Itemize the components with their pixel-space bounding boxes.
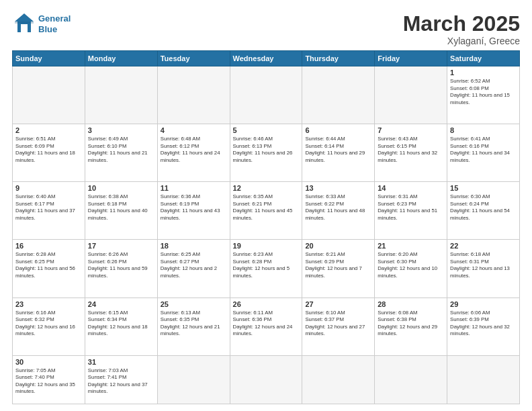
day-number: 31 bbox=[88, 358, 154, 366]
day-number: 30 bbox=[15, 358, 82, 366]
month-title: March 2025 bbox=[403, 12, 520, 36]
calendar-cell bbox=[157, 66, 230, 124]
day-info: Sunrise: 6:23 AM Sunset: 6:28 PM Dayligh… bbox=[233, 251, 300, 279]
day-info: Sunrise: 6:25 AM Sunset: 6:27 PM Dayligh… bbox=[161, 251, 227, 279]
calendar-cell: 8Sunrise: 6:41 AM Sunset: 6:16 PM Daylig… bbox=[447, 124, 520, 182]
calendar-cell bbox=[447, 355, 520, 404]
day-number: 18 bbox=[161, 242, 227, 250]
header: General Blue March 2025 Xylaganí, Greece bbox=[12, 12, 520, 46]
col-saturday: Saturday bbox=[447, 51, 520, 66]
calendar-cell bbox=[302, 355, 375, 404]
day-number: 7 bbox=[378, 126, 444, 134]
calendar-cell bbox=[375, 66, 447, 124]
day-number: 21 bbox=[378, 242, 444, 250]
day-number: 1 bbox=[450, 68, 517, 77]
day-info: Sunrise: 6:48 AM Sunset: 6:12 PM Dayligh… bbox=[161, 136, 227, 164]
calendar-cell: 11Sunrise: 6:36 AM Sunset: 6:19 PM Dayli… bbox=[157, 182, 230, 240]
day-info: Sunrise: 6:36 AM Sunset: 6:19 PM Dayligh… bbox=[161, 193, 227, 222]
calendar-cell: 27Sunrise: 6:10 AM Sunset: 6:37 PM Dayli… bbox=[302, 298, 375, 355]
calendar-cell: 23Sunrise: 6:16 AM Sunset: 6:32 PM Dayli… bbox=[13, 298, 85, 355]
day-number: 28 bbox=[378, 300, 444, 308]
day-number: 9 bbox=[15, 184, 82, 192]
day-info: Sunrise: 6:41 AM Sunset: 6:16 PM Dayligh… bbox=[450, 136, 517, 164]
col-friday: Friday bbox=[375, 51, 447, 66]
day-number: 27 bbox=[305, 300, 371, 308]
day-info: Sunrise: 6:30 AM Sunset: 6:24 PM Dayligh… bbox=[450, 193, 517, 222]
col-wednesday: Wednesday bbox=[230, 51, 302, 66]
calendar-cell: 10Sunrise: 6:38 AM Sunset: 6:18 PM Dayli… bbox=[85, 182, 157, 240]
page: General Blue March 2025 Xylaganí, Greece… bbox=[0, 0, 532, 411]
col-tuesday: Tuesday bbox=[157, 51, 230, 66]
day-number: 24 bbox=[88, 300, 154, 308]
day-number: 22 bbox=[450, 242, 517, 250]
calendar-cell: 14Sunrise: 6:31 AM Sunset: 6:23 PM Dayli… bbox=[375, 182, 447, 240]
day-info: Sunrise: 6:40 AM Sunset: 6:17 PM Dayligh… bbox=[15, 193, 82, 222]
calendar-cell: 12Sunrise: 6:35 AM Sunset: 6:21 PM Dayli… bbox=[230, 182, 302, 240]
day-info: Sunrise: 6:06 AM Sunset: 6:39 PM Dayligh… bbox=[450, 310, 517, 338]
generalblue-logo-icon bbox=[12, 12, 36, 36]
calendar-cell: 16Sunrise: 6:28 AM Sunset: 6:25 PM Dayli… bbox=[13, 240, 85, 298]
calendar-cell: 24Sunrise: 6:15 AM Sunset: 6:34 PM Dayli… bbox=[85, 298, 157, 355]
day-info: Sunrise: 6:43 AM Sunset: 6:15 PM Dayligh… bbox=[378, 136, 444, 164]
day-info: Sunrise: 6:11 AM Sunset: 6:36 PM Dayligh… bbox=[233, 310, 300, 338]
calendar-cell: 15Sunrise: 6:30 AM Sunset: 6:24 PM Dayli… bbox=[447, 182, 520, 240]
day-number: 12 bbox=[233, 184, 300, 192]
logo-general: General bbox=[38, 13, 71, 24]
day-info: Sunrise: 6:20 AM Sunset: 6:30 PM Dayligh… bbox=[378, 251, 444, 279]
calendar-cell: 1Sunrise: 6:52 AM Sunset: 6:08 PM Daylig… bbox=[447, 66, 520, 124]
day-number: 20 bbox=[305, 242, 371, 250]
day-info: Sunrise: 6:35 AM Sunset: 6:21 PM Dayligh… bbox=[233, 193, 300, 222]
day-info: Sunrise: 6:21 AM Sunset: 6:29 PM Dayligh… bbox=[305, 251, 371, 279]
location-subtitle: Xylaganí, Greece bbox=[403, 36, 520, 46]
day-info: Sunrise: 6:46 AM Sunset: 6:13 PM Dayligh… bbox=[233, 136, 300, 164]
day-number: 17 bbox=[88, 242, 154, 250]
day-number: 11 bbox=[161, 184, 227, 192]
calendar-cell: 18Sunrise: 6:25 AM Sunset: 6:27 PM Dayli… bbox=[157, 240, 230, 298]
day-info: Sunrise: 6:52 AM Sunset: 6:08 PM Dayligh… bbox=[450, 78, 517, 106]
day-info: Sunrise: 6:18 AM Sunset: 6:31 PM Dayligh… bbox=[450, 251, 517, 279]
calendar-cell: 5Sunrise: 6:46 AM Sunset: 6:13 PM Daylig… bbox=[230, 124, 302, 182]
calendar-cell: 31Sunrise: 7:03 AM Sunset: 7:41 PM Dayli… bbox=[85, 355, 157, 404]
logo: General Blue bbox=[12, 12, 71, 36]
day-number: 19 bbox=[233, 242, 300, 250]
calendar-cell: 4Sunrise: 6:48 AM Sunset: 6:12 PM Daylig… bbox=[157, 124, 230, 182]
calendar-cell: 29Sunrise: 6:06 AM Sunset: 6:39 PM Dayli… bbox=[447, 298, 520, 355]
calendar-cell: 26Sunrise: 6:11 AM Sunset: 6:36 PM Dayli… bbox=[230, 298, 302, 355]
day-info: Sunrise: 6:10 AM Sunset: 6:37 PM Dayligh… bbox=[305, 310, 371, 338]
day-number: 13 bbox=[305, 184, 371, 192]
day-info: Sunrise: 6:31 AM Sunset: 6:23 PM Dayligh… bbox=[378, 193, 444, 222]
day-number: 26 bbox=[233, 300, 300, 308]
calendar-cell bbox=[375, 355, 447, 404]
day-number: 14 bbox=[378, 184, 444, 192]
calendar-cell: 3Sunrise: 6:49 AM Sunset: 6:10 PM Daylig… bbox=[85, 124, 157, 182]
col-monday: Monday bbox=[85, 51, 157, 66]
day-number: 16 bbox=[15, 242, 82, 250]
day-info: Sunrise: 6:26 AM Sunset: 6:26 PM Dayligh… bbox=[88, 251, 154, 279]
day-info: Sunrise: 6:49 AM Sunset: 6:10 PM Dayligh… bbox=[88, 136, 154, 164]
calendar-cell: 28Sunrise: 6:08 AM Sunset: 6:38 PM Dayli… bbox=[375, 298, 447, 355]
day-info: Sunrise: 6:13 AM Sunset: 6:35 PM Dayligh… bbox=[161, 310, 227, 338]
svg-rect-3 bbox=[15, 21, 34, 24]
day-number: 15 bbox=[450, 184, 517, 192]
day-info: Sunrise: 6:51 AM Sunset: 6:09 PM Dayligh… bbox=[15, 136, 82, 164]
day-number: 10 bbox=[88, 184, 154, 192]
col-thursday: Thursday bbox=[302, 51, 375, 66]
day-info: Sunrise: 7:05 AM Sunset: 7:40 PM Dayligh… bbox=[15, 367, 82, 396]
calendar-cell: 13Sunrise: 6:33 AM Sunset: 6:22 PM Dayli… bbox=[302, 182, 375, 240]
day-info: Sunrise: 6:16 AM Sunset: 6:32 PM Dayligh… bbox=[15, 310, 82, 338]
calendar-cell: 7Sunrise: 6:43 AM Sunset: 6:15 PM Daylig… bbox=[375, 124, 447, 182]
calendar-cell: 17Sunrise: 6:26 AM Sunset: 6:26 PM Dayli… bbox=[85, 240, 157, 298]
calendar-cell: 19Sunrise: 6:23 AM Sunset: 6:28 PM Dayli… bbox=[230, 240, 302, 298]
logo-blue: Blue bbox=[38, 24, 71, 35]
col-sunday: Sunday bbox=[13, 51, 85, 66]
calendar-cell: 20Sunrise: 6:21 AM Sunset: 6:29 PM Dayli… bbox=[302, 240, 375, 298]
calendar-table: Sunday Monday Tuesday Wednesday Thursday… bbox=[12, 50, 520, 404]
calendar-cell: 22Sunrise: 6:18 AM Sunset: 6:31 PM Dayli… bbox=[447, 240, 520, 298]
calendar-cell bbox=[230, 355, 302, 404]
day-info: Sunrise: 6:33 AM Sunset: 6:22 PM Dayligh… bbox=[305, 193, 371, 222]
calendar-cell: 9Sunrise: 6:40 AM Sunset: 6:17 PM Daylig… bbox=[13, 182, 85, 240]
calendar-cell bbox=[13, 66, 85, 124]
day-number: 3 bbox=[88, 126, 154, 134]
day-info: Sunrise: 6:15 AM Sunset: 6:34 PM Dayligh… bbox=[88, 310, 154, 338]
day-number: 6 bbox=[305, 126, 371, 134]
